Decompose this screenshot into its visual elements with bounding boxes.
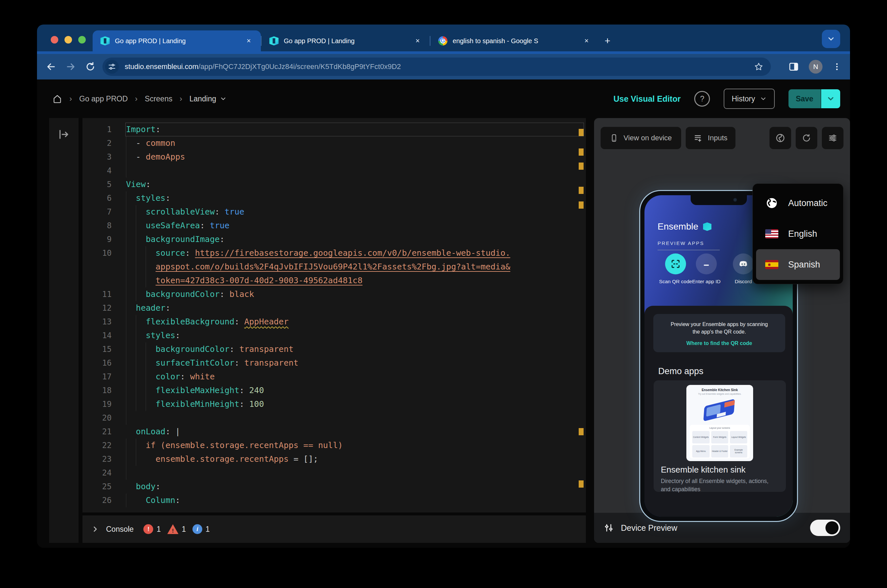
new-tab-button[interactable]: + [598,30,616,51]
code-token-url: https://firebasestorage.googleapis.com/v… [195,248,510,258]
code-token-str: transparent [244,358,299,368]
breadcrumb-screens[interactable]: Screens [145,94,172,104]
demo-app-description: Directory of all Ensemble widgets, actio… [661,477,779,493]
code-line: token=427d38c3-007d-40d2-9003-49562ad481… [83,274,586,288]
breadcrumb-current-screen[interactable]: Landing [189,94,227,104]
console-bar[interactable]: Console ! 1 ! 1 i 1 [83,515,586,543]
preview-panel: View on device Inputs [594,118,850,543]
code-line: 18 flexibleMaxHeight: 240 [83,384,586,398]
code-token-punc: : | [165,427,180,436]
line-number: 4 [83,164,111,178]
code-token-punc [126,482,136,491]
line-number: 9 [83,232,111,246]
tab-title: Go app PROD | Landing [115,37,239,45]
back-button[interactable] [45,61,57,72]
language-option-automatic[interactable]: Automatic [756,188,840,219]
close-tab-icon[interactable]: × [413,37,422,45]
code-token-key: styles [136,193,165,203]
indent-guide [136,370,136,384]
bookmark-star-icon[interactable] [754,62,764,72]
code-token-punc: : [180,372,190,381]
qr-scan-icon [671,259,681,269]
code-token-key: backgroundColor [155,344,229,354]
minimize-window-button[interactable] [65,36,72,44]
code-line: 16 surfaceTintColor: transparent [83,356,586,370]
view-on-device-button[interactable]: View on device [601,127,681,149]
line-number: 10 [83,246,111,260]
save-button[interactable]: Save [788,89,821,108]
device-preview-toggle[interactable] [810,520,840,536]
breadcrumb-project[interactable]: Go app PROD [79,94,128,104]
code-token-punc: : [215,207,224,216]
indent-guide [136,342,136,356]
tab-title: english to spanish - Google S [453,37,576,45]
overview-warning-marker [579,148,583,156]
indent-guide [126,466,126,480]
inputs-button[interactable]: Inputs [686,127,735,149]
indent-guide [126,191,126,205]
side-panel-icon[interactable] [788,62,799,72]
code-line: 23 ensemble.storage.recentApps = []; [83,452,586,466]
app-logo: Ensemble [658,221,711,232]
code-line: 3 - demoApps [83,150,586,164]
globe-icon [776,133,785,143]
indent-guide [136,328,136,342]
code-token-key: flexibleMaxHeight [155,386,239,395]
indent-guide [136,384,136,398]
maximize-window-button[interactable] [78,36,86,44]
code-line: 17 color: white [83,370,586,384]
browser-tab-3[interactable]: english to spanish - Google S× [430,30,598,51]
code-token-punc: : [176,331,180,340]
widget-tile: Example screens [730,445,747,458]
language-option-spanish[interactable]: Spanish [756,249,840,280]
quick-action-enter-app-id[interactable]: Enter app ID [688,254,724,285]
phone-notch [691,195,747,205]
save-dropdown-button[interactable] [821,89,840,108]
home-icon[interactable] [53,94,62,104]
use-visual-editor-link[interactable]: Use Visual Editor [613,94,681,104]
code-token-punc: : [176,495,180,505]
indent-guide [146,384,146,398]
forward-button[interactable] [65,61,76,72]
expand-panel-icon[interactable] [57,128,71,141]
code-token-key: Column [146,495,175,505]
reload-button[interactable] [85,61,96,72]
code-line: 19 flexibleMinHeight: 100 [83,398,586,411]
language-globe-button[interactable] [770,127,791,149]
close-tab-icon[interactable]: × [582,37,591,45]
code-line: 9 backgroundImage: [83,232,586,246]
address-bar[interactable]: studio.ensembleui.com/app/FhQC7J2DjXTg0U… [102,57,771,76]
browser-tab-2[interactable]: Go app PROD | Landing× [262,30,430,51]
tab-title: Go app PROD | Landing [284,37,407,45]
tab-search-button[interactable] [822,30,840,48]
console-warnings: ! 1 [167,524,186,534]
code-token-punc: : [239,399,249,409]
indent-guide [126,411,126,425]
menu-kebab-icon[interactable] [832,62,842,71]
help-button[interactable]: ? [694,91,710,106]
line-number: 6 [83,191,111,205]
close-tab-icon[interactable]: × [244,37,254,45]
refresh-icon [801,133,811,143]
code-token-punc: : [229,344,239,354]
language-option-english[interactable]: English [756,219,840,249]
preview-settings-button[interactable] [822,127,843,149]
site-info-icon[interactable] [105,60,119,74]
sliders-icon [828,133,837,143]
code-editor[interactable]: 1Import:2 - common3 - demoApps45View:6 s… [83,118,586,513]
demo-app-card[interactable]: Ensemble Kitchen Sink Try out Ensemble w… [654,380,786,492]
close-window-button[interactable] [51,36,58,44]
indent-guide [126,205,126,219]
qr-help-link[interactable]: Where to find the QR code [653,339,785,347]
code-token-str: demoApps [146,152,185,162]
browser-tabs: Go app PROD | Landing×Go app PROD | Land… [93,30,616,51]
code-token-punc [126,262,155,272]
profile-avatar[interactable]: N [809,60,822,74]
history-button[interactable]: History [724,88,775,109]
code-token-key: body [136,482,155,491]
refresh-preview-button[interactable] [796,127,817,149]
indent-guide [126,384,126,398]
url-text: studio.ensembleui.com/app/FhQC7J2DjXTg0U… [125,63,401,71]
ensemble-logo-icon [703,222,711,231]
browser-tab-1[interactable]: Go app PROD | Landing× [93,30,261,51]
